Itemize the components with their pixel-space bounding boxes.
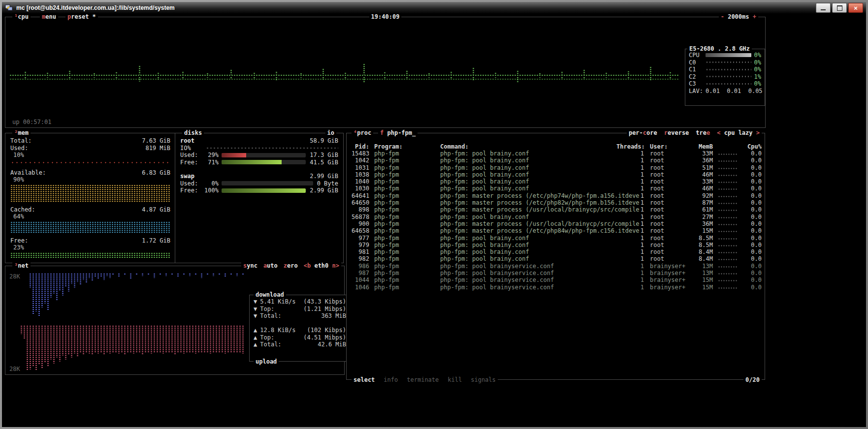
process-row[interactable]: 15483php-fpmphp-fpm: pool brainy.conf1ro…	[352, 150, 762, 157]
tree-toggle[interactable]: tree	[696, 129, 710, 137]
process-row[interactable]: 1030php-fpmphp-fpm: pool brainy.conf1roo…	[352, 185, 762, 192]
process-mem-graph	[718, 160, 738, 162]
interface-selector[interactable]: <b eth0 n>	[304, 262, 339, 270]
upload-bar	[150, 325, 152, 354]
io-toggle[interactable]: io	[325, 129, 336, 137]
process-row[interactable]: 898php-fpmphp-fpm: master process (/usr/…	[352, 206, 762, 213]
upload-bar	[82, 325, 84, 355]
cpu-graph-spike	[230, 77, 232, 79]
upload-bar	[103, 325, 105, 355]
process-cpu: 0.0	[739, 248, 762, 255]
cpu-graph-spike	[583, 77, 585, 79]
reverse-toggle[interactable]: reverse	[664, 129, 689, 137]
upload-bar	[73, 325, 75, 354]
signals-button[interactable]: signals	[471, 376, 496, 384]
cpu-panel-title[interactable]: ¹cpu	[12, 13, 31, 21]
net-stat-row: ▼5.41 KiB/s(43.3 Kibps)	[254, 298, 346, 306]
clock: 19:40:09	[369, 13, 402, 21]
process-row[interactable]: 64641php-fpmphp-fpm: master process (/et…	[352, 192, 762, 199]
process-threads: 1	[616, 220, 644, 227]
disk-stat-label: Free:	[180, 187, 202, 194]
select-button[interactable]: select	[354, 376, 375, 384]
process-row[interactable]: 987php-fpmphp-fpm: pool brainyservice.co…	[352, 270, 762, 276]
process-row[interactable]: 981php-fpmphp-fpm: pool brainy.conf1root…	[352, 248, 762, 255]
sort-selector[interactable]: < cpu lazy >	[717, 129, 760, 137]
kill-button[interactable]: kill	[448, 376, 462, 384]
proc-filter[interactable]: f php-fpm_	[378, 129, 418, 137]
process-row[interactable]: 64650php-fpmphp-fpm: master process (/et…	[352, 199, 762, 206]
cpu-graph-spike	[539, 77, 541, 78]
mem-meter-available	[10, 184, 170, 202]
process-row[interactable]: 979php-fpmphp-fpm: pool brainy.conf1root…	[352, 242, 762, 248]
process-row[interactable]: 1044php-fpmphp-fpm: pool brainyservice.c…	[352, 276, 762, 283]
process-mem-graph	[718, 230, 738, 233]
minimize-button[interactable]	[816, 3, 831, 13]
download-bar	[59, 273, 61, 291]
maximize-button[interactable]	[832, 3, 847, 13]
process-mem: 15M	[687, 276, 713, 283]
net-stat-value: 42.6 MiB	[318, 341, 346, 348]
process-program: php-fpm	[374, 185, 399, 192]
mem-panel-title[interactable]: ²mem	[12, 129, 31, 137]
core-value: 0%	[754, 66, 761, 73]
arrow-icon: ▲	[254, 341, 257, 348]
process-cpu: 0.0	[739, 220, 762, 227]
download-bar	[64, 273, 66, 287]
cpu-graph-spike	[300, 77, 302, 78]
process-row[interactable]: 1038php-fpmphp-fpm: pool brainy.conf1roo…	[352, 171, 762, 178]
proc-panel-title[interactable]: ⁴proc	[352, 129, 373, 137]
net-stat-label: Top:	[260, 334, 274, 341]
process-row[interactable]: 977php-fpmphp-fpm: pool brainy.conf1root…	[352, 235, 762, 242]
per-core-toggle[interactable]: per-core	[629, 129, 657, 137]
process-command: php-fpm: master process (/usr/local/brai…	[440, 206, 640, 213]
process-cpu: 0.0	[739, 185, 762, 192]
preset-button[interactable]: preset *	[65, 13, 98, 21]
process-row[interactable]: 1031php-fpmphp-fpm: pool brainy.conf1roo…	[352, 164, 762, 171]
auto-button[interactable]: auto	[263, 262, 278, 270]
process-user: root	[650, 199, 664, 206]
process-row[interactable]: 1042php-fpmphp-fpm: pool brainy.conf1roo…	[352, 157, 762, 164]
process-command: php-fpm: pool brainy.conf	[440, 255, 529, 262]
upload-bar	[165, 325, 167, 353]
zero-button[interactable]: zero	[284, 262, 298, 270]
download-bar	[85, 273, 87, 283]
process-user: root	[650, 214, 664, 220]
net-scale-top: 28K	[9, 273, 20, 280]
cpu-graph-spike	[93, 73, 95, 74]
upload-bar	[159, 325, 161, 353]
uptime-label: up 00:57:01	[12, 119, 51, 126]
process-row[interactable]: 900php-fpmphp-fpm: master process (/usr/…	[352, 220, 762, 227]
process-user: root	[650, 164, 664, 171]
process-command: php-fpm: pool brainy.conf	[440, 157, 529, 164]
net-stat-value: 363 MiB	[321, 312, 346, 320]
sync-button[interactable]: sync	[243, 262, 257, 270]
info-button[interactable]: info	[384, 376, 398, 384]
process-row[interactable]: 56878php-fpmphp-fpm: pool brainy.conf1ro…	[352, 214, 762, 220]
close-button[interactable]: ×	[848, 3, 863, 13]
menu-button[interactable]: menu	[40, 13, 58, 21]
process-row[interactable]: 986php-fpmphp-fpm: pool brainyservice.co…	[352, 263, 762, 270]
download-bar	[218, 273, 220, 275]
upload-bar	[239, 325, 241, 353]
process-row[interactable]: 982php-fpmphp-fpm: pool brainy.conf1root…	[352, 255, 762, 262]
process-mem-graph	[718, 174, 738, 177]
process-cpu: 0.0	[739, 270, 762, 276]
net-panel-title[interactable]: ³net	[12, 262, 31, 270]
process-mem: 15M	[687, 284, 713, 291]
terminate-button[interactable]: terminate	[407, 376, 439, 384]
process-row[interactable]: 64658php-fpmphp-fpm: master process (/et…	[352, 227, 762, 234]
process-user: root	[650, 248, 664, 255]
process-row[interactable]: 1046php-fpmphp-fpm: pool brainyservice.c…	[352, 284, 762, 291]
process-mem-graph	[718, 216, 738, 219]
mem-stat-value: 7.63 GiB	[142, 137, 170, 145]
interval-control[interactable]: - 2000ms +	[719, 13, 758, 21]
upload-bar	[50, 325, 52, 360]
process-threads: 1	[616, 178, 644, 185]
cpu-graph-spike	[344, 77, 346, 78]
download-bar	[88, 273, 90, 278]
process-row[interactable]: 1040php-fpmphp-fpm: pool brainy.conf1roo…	[352, 178, 762, 185]
mem-stat-value: 819 MiB	[145, 145, 170, 152]
process-mem-graph	[718, 287, 738, 289]
upload-bar	[224, 325, 226, 354]
process-program: php-fpm	[374, 284, 399, 291]
